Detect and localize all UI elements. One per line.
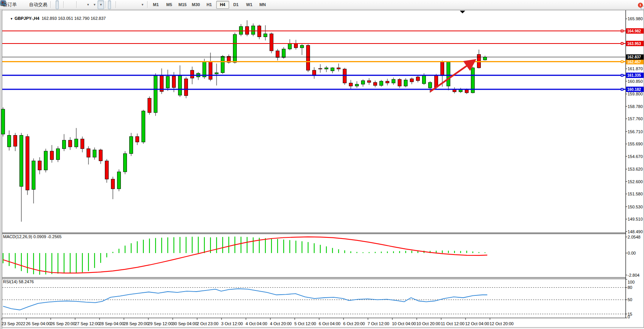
- label-tool-button[interactable]: T: [136, 0, 139, 9]
- chart-shift-button[interactable]: [82, 0, 85, 9]
- svg-text:165.980: 165.980: [628, 16, 643, 21]
- svg-text:164.982: 164.982: [627, 29, 641, 33]
- bear-candle: [148, 98, 151, 113]
- svg-text:2.0548: 2.0548: [628, 235, 641, 239]
- zoom-out-button[interactable]: [69, 0, 72, 9]
- svg-text:149.510: 149.510: [628, 217, 643, 221]
- fibonacci-tool-button[interactable]: F: [130, 0, 133, 9]
- svg-text:4 Oct 04:00: 4 Oct 04:00: [246, 321, 267, 326]
- svg-text:160.182: 160.182: [627, 87, 641, 92]
- main-toolbar: 新订单: [0, 0, 644, 10]
- bar-chart-mode-button[interactable]: [53, 0, 56, 9]
- timeframe-button-m1[interactable]: M1: [149, 1, 162, 9]
- text-tool-button[interactable]: A: [133, 0, 136, 9]
- svg-text:30 Sep 04:00: 30 Sep 04:00: [172, 321, 197, 326]
- timeframe-button-h1[interactable]: H1: [203, 1, 216, 9]
- bear-candle: [185, 79, 188, 95]
- bear-candle: [410, 79, 414, 82]
- bull-candle: [124, 153, 127, 172]
- svg-text:161.335: 161.335: [627, 73, 641, 77]
- bull-candle: [252, 26, 255, 34]
- timeframe-button-d1[interactable]: D1: [230, 1, 243, 9]
- crosshair-tool-button[interactable]: [111, 0, 114, 9]
- svg-text:4 Oct 20:00: 4 Oct 20:00: [270, 321, 292, 326]
- auto-scroll-button[interactable]: [79, 0, 82, 9]
- search-icon[interactable]: [0, 0, 6, 6]
- svg-text:160.850: 160.850: [628, 79, 643, 84]
- bull-candle: [56, 149, 60, 160]
- svg-text:150.530: 150.530: [628, 205, 643, 209]
- svg-text:0.00: 0.00: [628, 251, 636, 255]
- signals-button[interactable]: [24, 0, 27, 9]
- bear-candle: [349, 83, 353, 86]
- bull-candle: [8, 135, 11, 147]
- symbol-period-label: GBPJPY-,H4: [14, 16, 39, 21]
- bull-candle: [20, 135, 23, 187]
- bear-candle: [307, 45, 310, 70]
- dropdown-caret-icon: ▼: [100, 3, 103, 6]
- svg-text:23 Sep 2022: 23 Sep 2022: [2, 321, 25, 326]
- bear-candle: [81, 139, 84, 148]
- timeframe-button-m30[interactable]: M30: [190, 1, 202, 9]
- bull-candle: [154, 76, 157, 113]
- horizontal-line-tool-button[interactable]: [121, 0, 124, 9]
- timeframe-button-m5[interactable]: M5: [163, 1, 176, 9]
- bear-candle: [136, 137, 139, 142]
- bull-candle: [282, 49, 286, 57]
- timeframe-button-mn[interactable]: MN: [256, 1, 269, 9]
- svg-text:162.457: 162.457: [627, 60, 641, 64]
- candle-chart-mode-button[interactable]: [56, 0, 59, 9]
- new-chart-button[interactable]: ▼: [85, 0, 91, 9]
- cursor-tool-button[interactable]: [108, 0, 111, 9]
- timeframe-button-w1[interactable]: W1: [243, 1, 256, 9]
- bull-candle: [178, 76, 182, 95]
- line-chart-mode-button[interactable]: [59, 0, 62, 9]
- svg-text:11 Oct 12:00: 11 Oct 12:00: [441, 321, 464, 326]
- channel-tool-button[interactable]: E: [127, 0, 130, 9]
- chart-area[interactable]: 165.980161.870160.850159.800158.780157.7…: [0, 10, 644, 329]
- svg-text:12 Oct 04:00: 12 Oct 04:00: [465, 321, 489, 326]
- bear-candle: [246, 26, 249, 34]
- chart-window-frame: [2, 10, 644, 328]
- tile-windows-button[interactable]: [72, 0, 75, 9]
- bear-candle: [294, 44, 298, 48]
- symbol-dropdown-icon[interactable]: ▼: [10, 17, 13, 21]
- arrows-tool-button[interactable]: ▼: [139, 0, 146, 9]
- timeframe-button-m15[interactable]: M15: [176, 1, 189, 9]
- svg-text:153.620: 153.620: [628, 167, 643, 171]
- bear-candle: [270, 34, 273, 51]
- autotrade-button[interactable]: 自动交易: [27, 0, 49, 9]
- toolbar-separator: [63, 1, 64, 8]
- bear-candle: [50, 151, 54, 160]
- bull-candle: [325, 68, 328, 69]
- periods-button[interactable]: ▼: [91, 0, 98, 9]
- svg-text:100: 100: [628, 280, 634, 284]
- bull-candle: [2, 109, 5, 134]
- templates-button[interactable]: ▼: [98, 0, 104, 9]
- trendline-tool-button[interactable]: [124, 0, 127, 9]
- svg-text:0: 0: [628, 314, 630, 319]
- dropdown-caret-icon: ▼: [141, 3, 144, 6]
- svg-text:152.600: 152.600: [628, 179, 643, 184]
- svg-text:154.670: 154.670: [628, 154, 643, 159]
- chart-canvas[interactable]: 165.980161.870160.850159.800158.780157.7…: [0, 10, 644, 329]
- svg-text:-2.804: -2.804: [628, 273, 639, 277]
- bear-candle: [26, 137, 29, 190]
- bear-candle: [209, 62, 212, 79]
- bear-candle: [416, 77, 420, 81]
- bull-candle: [166, 76, 170, 88]
- market-watch-button[interactable]: [18, 0, 21, 9]
- bull-candle: [380, 81, 383, 85]
- zoom-in-button[interactable]: [66, 0, 69, 9]
- bull-candle: [288, 44, 292, 49]
- vertical-line-tool-button[interactable]: [118, 0, 121, 9]
- bear-candle: [337, 68, 340, 69]
- timeframe-button-h4[interactable]: H4: [216, 1, 229, 9]
- bear-candle: [398, 79, 401, 86]
- svg-text:163.953: 163.953: [627, 42, 641, 46]
- chart-window-button[interactable]: [21, 0, 24, 9]
- svg-text:158.780: 158.780: [628, 104, 643, 109]
- svg-text:157.760: 157.760: [628, 116, 643, 121]
- bear-candle: [374, 82, 377, 85]
- bull-candle: [300, 45, 304, 48]
